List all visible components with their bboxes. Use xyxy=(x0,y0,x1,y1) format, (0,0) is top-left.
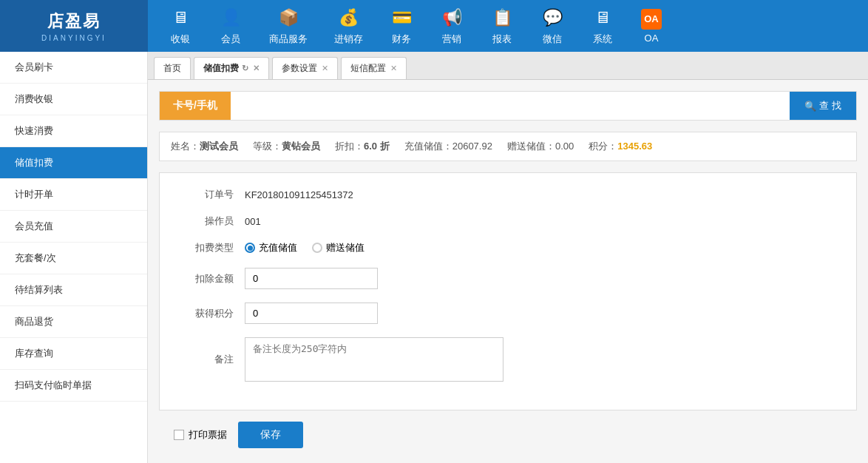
nav-item-system[interactable]: 🖥 系统 xyxy=(577,0,628,52)
logo-text: 店盈易 xyxy=(47,10,101,33)
logo-sub: DIANYINGYI xyxy=(41,34,106,42)
print-checkbox[interactable] xyxy=(174,430,184,440)
member-name[interactable]: 测试会员 xyxy=(200,141,238,152)
points-input[interactable] xyxy=(245,303,378,324)
order-row: 订单号 KF201801091125451372 xyxy=(174,188,841,201)
sidebar-item-return[interactable]: 商品退货 xyxy=(0,306,147,338)
nav-item-goods[interactable]: 📦 商品服务 xyxy=(256,0,321,52)
nav-item-report[interactable]: 📋 报表 xyxy=(477,0,527,52)
sidebar-item-consume-cashier[interactable]: 消费收银 xyxy=(0,84,147,115)
tab-param-settings[interactable]: 参数设置 ✕ xyxy=(272,57,338,79)
member-icon: 👤 xyxy=(219,6,243,30)
radio-gift[interactable]: 赠送储值 xyxy=(312,241,365,254)
tab-refresh-icon[interactable]: ↻ xyxy=(242,64,248,73)
sidebar-item-inventory[interactable]: 库存查询 xyxy=(0,338,147,370)
cashier-icon: 🖥 xyxy=(169,6,192,30)
member-discount-label: 折扣： xyxy=(335,141,364,152)
operator-label: 操作员 xyxy=(174,214,234,228)
radio-gift-label: 赠送储值 xyxy=(326,241,365,254)
order-label: 订单号 xyxy=(174,188,234,201)
points-label: 获得积分 xyxy=(174,307,234,320)
nav-item-cashier[interactable]: 🖥 收银 xyxy=(155,0,206,52)
wechat-icon: 💬 xyxy=(540,6,564,30)
note-input[interactable] xyxy=(245,337,503,382)
sidebar-item-scan-pay[interactable]: 扫码支付临时单据 xyxy=(0,370,147,402)
member-level: 黄钻会员 xyxy=(282,141,320,152)
nav-item-oa[interactable]: OA OA xyxy=(628,3,675,50)
sidebar-item-member-recharge[interactable]: 会员充值 xyxy=(0,211,147,243)
sidebar-item-pending[interactable]: 待结算列表 xyxy=(0,274,147,306)
nav-items: 🖥 收银 👤 会员 📦 商品服务 💰 进销存 💳 财务 📢 营销 📋 报表 � xyxy=(148,0,868,52)
search-label: 卡号/手机 xyxy=(160,92,231,120)
tab-stored-deduct[interactable]: 储值扣费 ↻ ✕ xyxy=(194,57,269,79)
footer-bar: 打印票据 保存 xyxy=(159,410,857,459)
radio-stored[interactable]: 充值储值 xyxy=(245,241,297,254)
tab-close-sms[interactable]: ✕ xyxy=(390,64,397,73)
sidebar-item-timed-order[interactable]: 计时开单 xyxy=(0,179,147,211)
search-button[interactable]: 🔍 查 找 xyxy=(790,92,856,120)
member-name-label: 姓名： xyxy=(171,141,200,152)
inventory-icon: 💰 xyxy=(337,6,361,30)
finance-icon: 💳 xyxy=(390,6,413,30)
search-icon: 🔍 xyxy=(804,101,816,112)
member-gift-value: 0.00 xyxy=(555,141,574,152)
form-area: 订单号 KF201801091125451372 操作员 001 扣费类型 充值… xyxy=(159,172,857,410)
tabs-bar: 首页 储值扣费 ↻ ✕ 参数设置 ✕ 短信配置 ✕ xyxy=(148,52,868,80)
tab-close-param[interactable]: ✕ xyxy=(322,64,328,73)
member-discount: 6.0 折 xyxy=(364,141,390,152)
member-level-label: 等级： xyxy=(253,141,282,152)
marketing-icon: 📢 xyxy=(440,6,464,30)
amount-row: 扣除金额 xyxy=(174,268,841,289)
amount-label: 扣除金额 xyxy=(174,272,234,285)
nav-item-member[interactable]: 👤 会员 xyxy=(206,0,256,52)
main-layout: 会员刷卡 消费收银 快速消费 储值扣费 计时开单 会员充值 充套餐/次 待结算列… xyxy=(0,52,868,463)
operator-value: 001 xyxy=(245,216,261,227)
nav-item-wechat[interactable]: 💬 微信 xyxy=(527,0,577,52)
type-label: 扣费类型 xyxy=(174,241,234,254)
top-nav: 店盈易 DIANYINGYI 🖥 收银 👤 会员 📦 商品服务 💰 进销存 💳 … xyxy=(0,0,868,52)
operator-row: 操作员 001 xyxy=(174,214,841,228)
tab-home[interactable]: 首页 xyxy=(154,57,191,79)
radio-gift-circle xyxy=(312,243,322,253)
nav-item-inventory[interactable]: 💰 进销存 xyxy=(321,0,376,52)
sidebar-item-stored-deduct[interactable]: 储值扣费 xyxy=(0,147,147,179)
goods-icon: 📦 xyxy=(277,6,300,30)
content-body: 卡号/手机 🔍 查 找 姓名：测试会员 等级：黄钻会员 折扣：6.0 折 充值储… xyxy=(148,80,868,463)
tab-close-stored[interactable]: ✕ xyxy=(253,64,260,73)
nav-item-finance[interactable]: 💳 财务 xyxy=(376,0,427,52)
search-bar: 卡号/手机 🔍 查 找 xyxy=(159,91,857,121)
amount-input[interactable] xyxy=(245,268,378,289)
content-area: 首页 储值扣费 ↻ ✕ 参数设置 ✕ 短信配置 ✕ 卡号/手机 xyxy=(148,52,868,463)
type-radio-group: 充值储值 赠送储值 xyxy=(245,241,365,254)
print-label: 打印票据 xyxy=(189,428,227,442)
oa-icon: OA xyxy=(641,9,662,30)
points-row: 获得积分 xyxy=(174,303,841,324)
sidebar-item-quick-consume[interactable]: 快速消费 xyxy=(0,115,147,147)
logo: 店盈易 DIANYINGYI xyxy=(0,0,148,52)
order-value: KF201801091125451372 xyxy=(245,189,353,200)
member-points-label: 积分： xyxy=(589,141,617,152)
print-check-row: 打印票据 xyxy=(174,428,227,442)
radio-stored-circle xyxy=(245,243,255,253)
note-row: 备注 xyxy=(174,337,841,382)
radio-stored-label: 充值储值 xyxy=(259,241,297,254)
member-points-value: 1345.63 xyxy=(617,141,652,152)
sidebar-item-package[interactable]: 充套餐/次 xyxy=(0,243,147,274)
search-input[interactable] xyxy=(231,93,790,119)
save-button[interactable]: 保存 xyxy=(238,422,303,448)
nav-item-marketing[interactable]: 📢 营销 xyxy=(427,0,477,52)
system-icon: 🖥 xyxy=(591,6,614,30)
member-stored-value: 20607.92 xyxy=(452,141,492,152)
report-icon: 📋 xyxy=(490,6,514,30)
sidebar-item-member-swipe[interactable]: 会员刷卡 xyxy=(0,52,147,84)
sidebar: 会员刷卡 消费收银 快速消费 储值扣费 计时开单 会员充值 充套餐/次 待结算列… xyxy=(0,52,148,463)
member-stored-label: 充值储值： xyxy=(404,141,452,152)
member-info-bar: 姓名：测试会员 等级：黄钻会员 折扣：6.0 折 充值储值：20607.92 赠… xyxy=(159,132,857,161)
tab-sms-config[interactable]: 短信配置 ✕ xyxy=(341,57,407,79)
note-label: 备注 xyxy=(174,353,234,366)
member-gift-label: 赠送储值： xyxy=(507,141,555,152)
type-row: 扣费类型 充值储值 赠送储值 xyxy=(174,241,841,254)
